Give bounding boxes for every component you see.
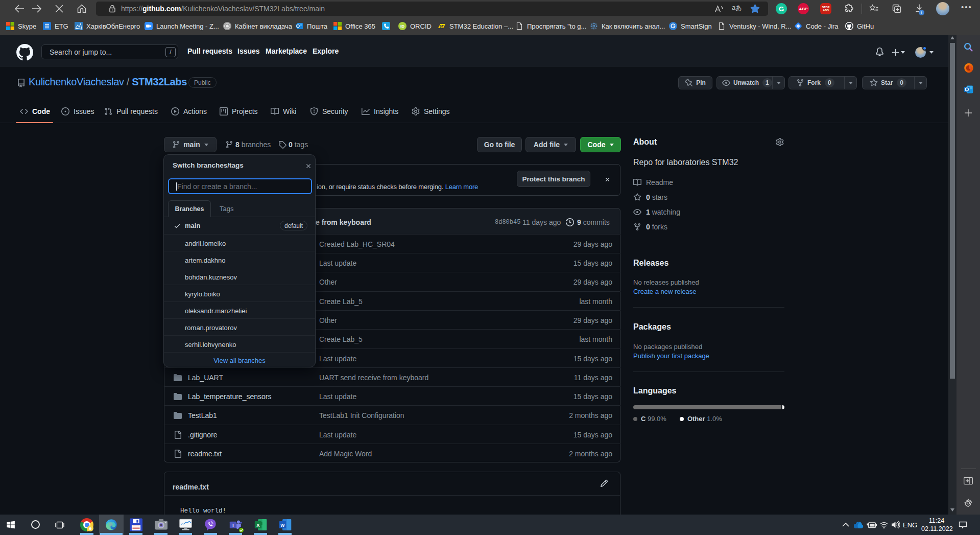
svg-text:W: W: [280, 523, 285, 528]
svg-text:ST: ST: [439, 25, 443, 28]
svg-text:iD: iD: [400, 24, 404, 29]
svg-text:T: T: [232, 523, 235, 528]
svg-text:X: X: [256, 523, 260, 528]
